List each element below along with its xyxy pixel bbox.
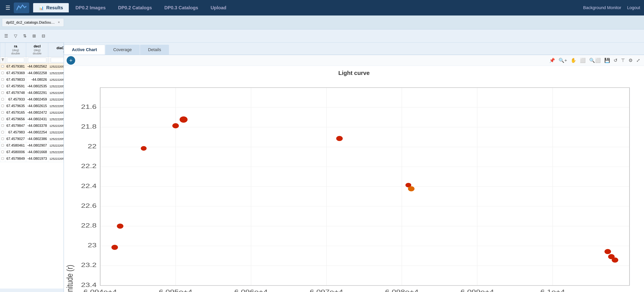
- table-row[interactable]: 67.4580461-44.0802907125222205987345562 …: [0, 142, 64, 149]
- toolbar-menu-button[interactable]: ☰: [2, 32, 10, 40]
- table-row[interactable]: 67.4579381-44.0802562125222205987345562 …: [0, 63, 64, 70]
- right-panel: Active Chart Coverage Details + 📌 🔍+ ✋ ⬜…: [64, 43, 644, 292]
- chart-toolbar-right: 📌 🔍+ ✋ ⬜ 🔍⬜ 💾 ↺ ⊤ ⚙ ⤢: [548, 57, 641, 64]
- tab-label: dp02_dc2_catalogs.DiaSource...: [6, 20, 55, 24]
- active-tab[interactable]: dp02_dc2_catalogs.DiaSource... ×: [2, 18, 64, 27]
- table-row[interactable]: 67.4579849-44.0801973125222205987345562 …: [0, 155, 64, 162]
- table-row[interactable]: 67.4579847-44.0803378125222205987345562 …: [0, 123, 64, 129]
- row-checkbox[interactable]: [1, 144, 4, 147]
- row-checkbox[interactable]: [1, 91, 4, 94]
- chart-settings-button[interactable]: ⚙: [627, 57, 634, 64]
- row-checkbox[interactable]: [1, 137, 4, 140]
- cell-decl: -44.0801668: [26, 149, 48, 155]
- row-checkbox[interactable]: [1, 65, 4, 68]
- tab-active-chart[interactable]: Active Chart: [64, 45, 105, 55]
- svg-text:6.099e+4: 6.099e+4: [460, 288, 494, 292]
- cell-diaobjectid: 125222205987345562 12: [48, 116, 64, 123]
- chart-expand-button[interactable]: ⤢: [635, 57, 641, 64]
- filter-diaobjectid[interactable]: [48, 57, 64, 63]
- cell-decl: -44.0802472: [26, 109, 48, 116]
- row-checkbox[interactable]: [1, 151, 4, 153]
- reset-button[interactable]: ↺: [612, 57, 618, 64]
- nav-tab-results[interactable]: 📊 Results: [33, 3, 69, 12]
- background-monitor-button[interactable]: Background Monitor: [583, 5, 621, 10]
- table-row[interactable]: 67.4580006-44.0801668125222205987345562 …: [0, 149, 64, 155]
- data-point: [112, 245, 118, 250]
- save-button[interactable]: 💾: [603, 57, 611, 64]
- toolbar-filter-button[interactable]: ▽: [12, 32, 20, 40]
- cell-diaobjectid: 125222205987345562 12: [48, 129, 64, 136]
- zoom-select-button[interactable]: 🔍⬜: [588, 57, 602, 64]
- cell-ra: 67.4579833: [5, 76, 26, 83]
- row-checkbox[interactable]: [1, 124, 4, 127]
- table-row[interactable]: 67.4579748-44.0802291125222205987345562 …: [0, 90, 64, 96]
- cell-decl: -44.0802562: [26, 63, 48, 70]
- filter-decl[interactable]: [26, 57, 48, 63]
- row-checkbox-cell: [0, 136, 5, 142]
- row-checkbox[interactable]: [1, 111, 4, 114]
- nav-tab-dp02-images[interactable]: DP0.2 Images: [70, 3, 112, 12]
- tab-coverage[interactable]: Coverage: [106, 45, 140, 55]
- toolbar-columns-button[interactable]: ⊞: [30, 32, 38, 40]
- table-row[interactable]: 67.457983-44.0802254125222205987345562 1…: [0, 129, 64, 136]
- toolbar-sort-button[interactable]: ⇅: [21, 32, 29, 40]
- cell-decl: -44.0802291: [26, 90, 48, 96]
- toolbar-export-button[interactable]: ⊟: [39, 32, 48, 40]
- svg-text:6.096e+4: 6.096e+4: [234, 288, 268, 292]
- data-table: ra (deg) double decl (deg) double diaObj…: [0, 43, 64, 162]
- nav-tab-upload[interactable]: Upload: [205, 3, 232, 12]
- nav-tab-dp03-catalogs[interactable]: DP0.3 Catalogs: [158, 3, 204, 12]
- svg-text:6.098e+4: 6.098e+4: [385, 288, 419, 292]
- table-row[interactable]: 67.4579656-44.0802431125222205987345562 …: [0, 116, 64, 123]
- add-chart-button[interactable]: +: [67, 56, 75, 65]
- col-checkbox: [0, 43, 5, 57]
- svg-text:21.6: 21.6: [81, 103, 96, 110]
- filter-diaobjectid-input[interactable]: [51, 58, 64, 62]
- row-checkbox[interactable]: [1, 98, 4, 100]
- zoom-in-button[interactable]: 🔍+: [558, 57, 568, 64]
- cell-decl: -44.0802615: [26, 103, 48, 109]
- tab-details[interactable]: Details: [140, 45, 169, 55]
- table-row[interactable]: 67.4579591-44.0802535125222205987345562 …: [0, 83, 64, 90]
- nav-tab-dp02-catalogs[interactable]: DP0.2 Catalogs: [112, 3, 158, 12]
- row-checkbox[interactable]: [1, 131, 4, 133]
- cell-diaobjectid: 125222205987345562 12: [48, 70, 64, 76]
- filter-ra[interactable]: [5, 57, 26, 63]
- cell-ra: 67.4579165: [5, 109, 26, 116]
- table-row[interactable]: 67.457933-44.0802459125222205987345562 1…: [0, 96, 64, 103]
- cell-ra: 67.4580006: [5, 149, 26, 155]
- row-checkbox[interactable]: [1, 157, 4, 160]
- tab-close-button[interactable]: ×: [58, 20, 60, 24]
- svg-text:23.4: 23.4: [81, 281, 96, 288]
- filter-decl-input[interactable]: [28, 58, 46, 62]
- table-row[interactable]: 67.4579833-44.08026125222205987345562 12…: [0, 76, 64, 83]
- row-checkbox[interactable]: [1, 105, 4, 107]
- menu-button[interactable]: ☰: [4, 3, 12, 12]
- select-rect-button[interactable]: ⬜: [579, 57, 587, 64]
- row-checkbox[interactable]: [1, 72, 4, 74]
- table-wrapper[interactable]: ra (deg) double decl (deg) double diaObj…: [0, 43, 64, 289]
- left-panel: ra (deg) double decl (deg) double diaObj…: [0, 43, 64, 292]
- pin-button[interactable]: 📌: [548, 57, 556, 64]
- data-point: [180, 116, 188, 123]
- cell-decl: -44.0801973: [26, 155, 48, 162]
- table-row[interactable]: 67.4579369-44.0802258125222205987345562 …: [0, 70, 64, 76]
- table-row[interactable]: 67.4579635-44.0802615125222205987345562 …: [0, 103, 64, 109]
- col-ra: ra (deg) double: [5, 43, 26, 57]
- table-row[interactable]: 67.4579165-44.0802472125222205987345562 …: [0, 109, 64, 116]
- row-checkbox-cell: [0, 70, 5, 76]
- row-checkbox[interactable]: [1, 85, 4, 87]
- row-checkbox[interactable]: [1, 78, 4, 81]
- cell-decl: -44.08026: [26, 76, 48, 83]
- filter-ra-input[interactable]: [7, 58, 24, 62]
- logout-button[interactable]: Logout: [627, 5, 640, 10]
- table-row[interactable]: 67.4579027-44.0802386125222205987345562 …: [0, 136, 64, 142]
- pan-button[interactable]: ✋: [570, 57, 578, 64]
- row-checkbox-cell: [0, 90, 5, 96]
- data-point: [408, 186, 414, 191]
- row-checkbox[interactable]: [1, 118, 4, 120]
- cell-ra: 67.4579591: [5, 83, 26, 90]
- chart-filter-button[interactable]: ⊤: [620, 57, 626, 64]
- svg-text:6.094e+4: 6.094e+4: [84, 288, 117, 292]
- horizontal-scrollbar[interactable]: [0, 289, 64, 292]
